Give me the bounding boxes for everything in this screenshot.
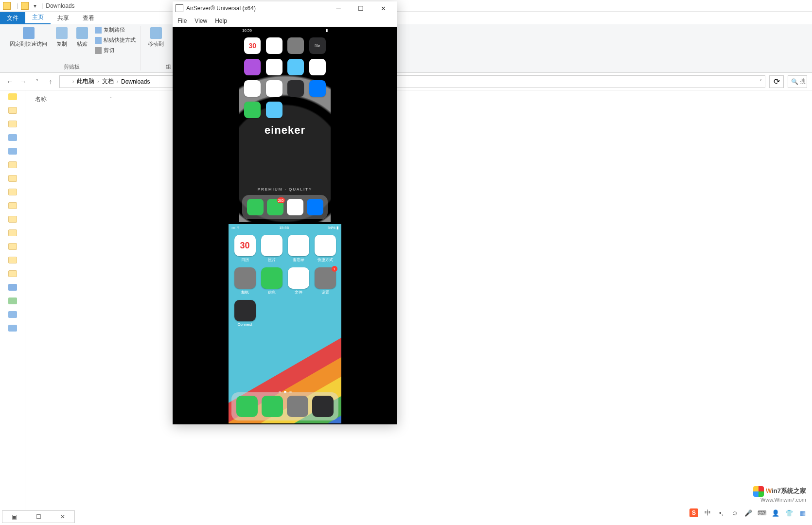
- app-notes[interactable]: [243, 80, 262, 98]
- app-icon: ▣: [12, 513, 17, 520]
- ime-indicator[interactable]: 中: [703, 508, 712, 517]
- sidebar-item[interactable]: [8, 229, 17, 236]
- col-name[interactable]: 名称: [35, 95, 47, 104]
- sidebar-item[interactable]: [8, 270, 17, 277]
- sidebar-item[interactable]: [8, 107, 17, 114]
- copy-path-button[interactable]: 复制路径: [95, 26, 136, 34]
- search-input[interactable]: 🔍 搜: [788, 75, 807, 88]
- sidebar-item[interactable]: [8, 121, 17, 127]
- app-notes[interactable]: 备忘录: [287, 235, 310, 262]
- this-pc-icon[interactable]: [8, 284, 17, 291]
- quick-access-icon[interactable]: [8, 93, 17, 100]
- sidebar-item[interactable]: [8, 202, 17, 209]
- restore-icon[interactable]: ☐: [36, 513, 41, 520]
- file-list[interactable]: 名称 ˆ 修: [25, 90, 812, 510]
- reminders-icon: [266, 80, 282, 97]
- tab-home[interactable]: 主页: [25, 11, 51, 24]
- taskbar-window-preview[interactable]: ▣ ☐ ✕: [2, 510, 75, 523]
- sidebar-item[interactable]: [8, 243, 17, 250]
- folder-icon: [3, 2, 11, 10]
- skin-icon[interactable]: 👕: [785, 508, 794, 517]
- app-misc[interactable]: [265, 102, 284, 119]
- camera-icon: [234, 267, 256, 289]
- app-photos[interactable]: [265, 37, 284, 55]
- app-shortcuts[interactable]: 快捷方式: [314, 235, 336, 262]
- back-button[interactable]: ←: [5, 77, 15, 87]
- mic-icon[interactable]: 🎤: [744, 508, 753, 517]
- toolbox-icon[interactable]: ▦: [798, 508, 807, 517]
- app-messages[interactable]: 信息: [260, 267, 283, 295]
- paste-shortcut-button[interactable]: 粘贴快捷方式: [95, 36, 136, 44]
- app-settings[interactable]: 1设置: [314, 267, 336, 295]
- app-connect[interactable]: Connect: [233, 300, 256, 327]
- forward-button[interactable]: →: [18, 77, 28, 87]
- recent-button[interactable]: ˅: [32, 77, 42, 87]
- tab-file[interactable]: 文件: [0, 12, 25, 24]
- sidebar-item[interactable]: [8, 325, 17, 332]
- app-tv[interactable]: 􀵨tv: [308, 37, 327, 55]
- dock-phone[interactable]: [247, 199, 264, 215]
- person-icon[interactable]: 👤: [771, 508, 780, 517]
- sidebar-item[interactable]: [8, 175, 17, 182]
- paste-button[interactable]: 粘贴: [74, 26, 90, 54]
- sidebar-item[interactable]: [8, 257, 17, 263]
- dock-safari[interactable]: [287, 199, 303, 215]
- minimize-button[interactable]: ─: [327, 1, 350, 15]
- dock-wechat[interactable]: [236, 396, 258, 417]
- sidebar-item[interactable]: [8, 148, 17, 155]
- tab-view[interactable]: 查看: [76, 12, 101, 24]
- app-calendar[interactable]: 30日历: [233, 235, 256, 262]
- menu-help[interactable]: Help: [215, 18, 227, 24]
- sidebar-item[interactable]: [8, 216, 17, 223]
- tab-share[interactable]: 共享: [51, 12, 76, 24]
- punct-icon[interactable]: •,: [717, 508, 725, 517]
- crumb-docs[interactable]: 文档: [102, 77, 114, 86]
- app-photos[interactable]: 照片: [260, 235, 283, 262]
- dock-mail[interactable]: [307, 199, 323, 215]
- app-label: 照片: [268, 257, 276, 262]
- cut-button[interactable]: 剪切: [95, 47, 136, 54]
- menu-view[interactable]: View: [194, 18, 207, 24]
- app-facetime[interactable]: [243, 102, 262, 119]
- menu-file[interactable]: File: [177, 18, 187, 24]
- app-clock[interactable]: [286, 80, 305, 98]
- crumb-downloads[interactable]: Downloads: [121, 78, 150, 85]
- app-calendar[interactable]: 30: [243, 37, 262, 55]
- app-wallet[interactable]: [308, 59, 327, 76]
- move-to-button[interactable]: 移动到: [146, 26, 166, 49]
- app-maps[interactable]: [265, 59, 284, 76]
- app-grid: 30日历照片备忘录快捷方式相机信息文件1设置Connect: [229, 235, 341, 327]
- pin-button[interactable]: 固定到快速访问: [8, 26, 49, 54]
- sidebar-item[interactable]: [8, 161, 17, 168]
- notes-icon: [288, 235, 309, 256]
- maximize-button[interactable]: ☐: [350, 1, 372, 15]
- close-button[interactable]: ✕: [372, 1, 394, 15]
- app-camera[interactable]: 相机: [233, 267, 256, 295]
- up-button[interactable]: ↑: [46, 77, 55, 87]
- crumb-pc[interactable]: 此电脑: [77, 77, 94, 86]
- address-bar[interactable]: › 此电脑 › 文档 › Downloads ˅: [59, 75, 765, 88]
- close-icon[interactable]: ✕: [60, 513, 65, 520]
- keyboard-icon[interactable]: ⌨: [758, 508, 766, 517]
- app-weather[interactable]: [286, 59, 305, 76]
- airserver-titlebar[interactable]: AirServer® Universal (x64) ─ ☐ ✕: [173, 1, 397, 15]
- sidebar-item[interactable]: [8, 311, 17, 318]
- copy-button[interactable]: 复制: [54, 26, 70, 54]
- app-camera[interactable]: [286, 37, 305, 55]
- app-appstore[interactable]: [308, 80, 327, 98]
- dock-messages[interactable]: 265: [267, 199, 283, 215]
- app-label: Connect: [238, 322, 252, 327]
- sidebar-item[interactable]: [8, 189, 17, 195]
- refresh-button[interactable]: ⟳: [769, 75, 784, 88]
- emoji-icon[interactable]: ☺: [730, 508, 739, 517]
- dock-calculator[interactable]: [312, 396, 334, 417]
- sidebar-item[interactable]: [8, 134, 17, 141]
- sogou-icon[interactable]: S: [689, 508, 698, 517]
- dock-safari[interactable]: [287, 396, 308, 417]
- sidebar-item[interactable]: [8, 298, 17, 304]
- app-reminders[interactable]: [265, 80, 284, 98]
- carrier: ••• ᯤ: [231, 226, 241, 230]
- app-files[interactable]: 文件: [287, 267, 310, 295]
- dock-phone[interactable]: [262, 396, 283, 417]
- app-itunes[interactable]: [243, 59, 262, 76]
